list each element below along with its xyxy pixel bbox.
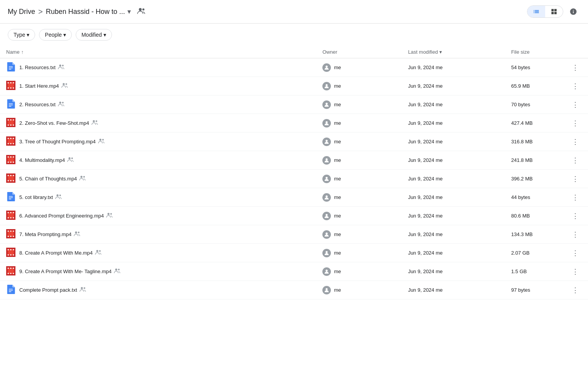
table-row[interactable]: 5. cot library.txt me Jun 9, 2024 me 44 …: [0, 188, 588, 207]
table-row[interactable]: 1. Start Here.mp4 me Jun 9, 2024 me 65.9…: [0, 77, 588, 95]
svg-rect-138: [10, 268, 12, 269]
svg-rect-11: [6, 81, 8, 90]
svg-rect-62: [10, 156, 12, 158]
svg-point-40: [95, 120, 97, 122]
more-options-button[interactable]: ⋮: [569, 155, 582, 165]
table-row[interactable]: 4. Multimodality.mp4 me Jun 9, 2024 me 2…: [0, 151, 588, 170]
svg-rect-36: [8, 124, 9, 126]
people-filter-button[interactable]: People ▾: [39, 29, 72, 41]
file-name-text: Complete Prompt pack.txt: [19, 286, 86, 294]
file-name-text: 9. Create A Prompt With Me- Tagline.mp4: [19, 268, 121, 275]
info-button[interactable]: [566, 5, 580, 19]
type-filter-button[interactable]: Type ▾: [8, 29, 35, 41]
svg-point-21: [326, 84, 328, 86]
svg-rect-75: [8, 175, 9, 176]
more-options-button[interactable]: ⋮: [569, 230, 582, 240]
video-file-icon: [6, 136, 15, 147]
owner-cell: me: [322, 249, 396, 257]
svg-rect-35: [13, 119, 14, 121]
more-options-button[interactable]: ⋮: [569, 81, 582, 91]
svg-rect-14: [10, 82, 12, 83]
filters-bar: Type ▾ People ▾ Modified ▾: [0, 24, 588, 46]
svg-rect-107: [6, 229, 8, 238]
list-view-button[interactable]: [527, 6, 545, 17]
svg-rect-96: [10, 212, 12, 213]
file-name: 3. Tree of Thought Prompting.mp4: [19, 139, 96, 144]
modified-date: Jun 9, 2024 me: [402, 225, 505, 244]
more-options-button[interactable]: ⋮: [569, 174, 582, 184]
svg-point-69: [326, 158, 328, 160]
svg-rect-136: [14, 266, 15, 275]
table-row[interactable]: 3. Tree of Thought Prompting.mp4 me Jun …: [0, 133, 588, 151]
file-name: 8. Create A Prompt With Me.mp4: [19, 250, 93, 256]
svg-point-19: [63, 83, 64, 85]
more-options-button[interactable]: ⋮: [569, 285, 582, 295]
file-name-cell: 7. Meta Prompting.mp4: [6, 229, 310, 240]
svg-rect-49: [13, 138, 14, 139]
avatar: [322, 63, 331, 72]
file-name-text: 2. Zero-Shot vs. Few-Shot.mp4: [19, 119, 98, 127]
more-options-button[interactable]: ⋮: [569, 100, 582, 110]
file-name-cell: 3. Tree of Thought Prompting.mp4: [6, 136, 310, 147]
table-row[interactable]: 8. Create A Prompt With Me.mp4 me Jun 9,…: [0, 244, 588, 262]
modified-filter-button[interactable]: Modified ▾: [76, 29, 112, 41]
more-options-button[interactable]: ⋮: [569, 118, 582, 128]
shared-icon: [80, 286, 86, 294]
svg-point-83: [326, 177, 328, 178]
owner-name: me: [334, 65, 341, 70]
svg-point-25: [59, 102, 61, 104]
svg-rect-38: [13, 124, 14, 126]
shared-people-icon[interactable]: [137, 7, 146, 16]
more-options-button[interactable]: ⋮: [569, 63, 582, 73]
more-options-button[interactable]: ⋮: [569, 137, 582, 147]
table-row[interactable]: 5. Chain of Thoughts.mp4 me Jun 9, 2024 …: [0, 170, 588, 188]
doc-file-icon: [6, 192, 15, 202]
svg-rect-2: [9, 66, 13, 67]
more-options-button[interactable]: ⋮: [569, 267, 582, 277]
svg-rect-34: [10, 119, 12, 121]
folder-name-text: Ruben Hassid - How to ...: [46, 8, 125, 16]
grid-view-button[interactable]: [545, 6, 563, 17]
svg-rect-63: [13, 156, 14, 158]
file-name: 5. cot library.txt: [19, 194, 53, 200]
name-sort-icon: ↑: [21, 49, 24, 55]
file-name-text: 1. Resources.txt: [19, 64, 65, 71]
svg-point-129: [96, 250, 98, 252]
more-options-button[interactable]: ⋮: [569, 211, 582, 221]
file-name-text: 8. Create A Prompt With Me.mp4: [19, 249, 102, 257]
svg-rect-45: [6, 136, 8, 146]
col-header-modified[interactable]: Last modified ▾: [402, 46, 505, 58]
owner-cell: me: [322, 286, 396, 294]
more-options-button[interactable]: ⋮: [569, 192, 582, 202]
table-row[interactable]: 6. Advanced Prompt Engineering.mp4 me Ju…: [0, 207, 588, 225]
file-table: Name ↑ Owner Last modified ▾ File size: [0, 46, 588, 299]
table-row[interactable]: 2. Zero-Shot vs. Few-Shot.mp4 me Jun 9, …: [0, 114, 588, 133]
svg-rect-48: [10, 138, 12, 139]
svg-rect-37: [10, 124, 12, 126]
file-size: 80.6 MB: [505, 207, 563, 225]
svg-point-26: [62, 102, 64, 103]
chevron-down-icon[interactable]: ▾: [127, 7, 131, 16]
table-row[interactable]: 9. Create A Prompt With Me- Tagline.mp4 …: [0, 262, 588, 281]
owner-name: me: [334, 194, 341, 200]
svg-point-68: [71, 157, 73, 159]
table-row[interactable]: 1. Resources.txt me Jun 9, 2024 me 54 by…: [0, 58, 588, 77]
table-row[interactable]: Complete Prompt pack.txt me Jun 9, 2024 …: [0, 281, 588, 299]
svg-point-82: [83, 176, 85, 177]
file-size: 241.8 MB: [505, 151, 563, 170]
owner-cell: me: [322, 230, 396, 239]
table-row[interactable]: 7. Meta Prompting.mp4 me Jun 9, 2024 me …: [0, 225, 588, 244]
svg-point-89: [326, 195, 328, 197]
col-header-name[interactable]: Name ↑: [0, 46, 316, 58]
more-options-button[interactable]: ⋮: [569, 248, 582, 258]
svg-point-131: [326, 251, 328, 253]
svg-point-20: [65, 83, 67, 85]
svg-rect-139: [13, 268, 14, 269]
col-header-owner: Owner: [316, 46, 402, 58]
my-drive-link[interactable]: My Drive: [8, 8, 35, 16]
people-filter-label: People: [45, 32, 62, 38]
svg-point-149: [81, 287, 83, 289]
header-actions: [527, 5, 580, 19]
owner-name: me: [334, 83, 341, 89]
table-row[interactable]: 2. Resources.txt me Jun 9, 2024 me 70 by…: [0, 95, 588, 114]
